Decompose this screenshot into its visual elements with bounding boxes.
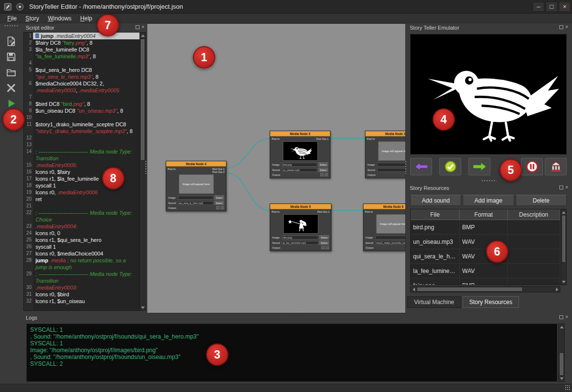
code-line-9[interactable]: 9$un_oiseau DC8 "un_oiseau.mp3", 8 <box>24 107 139 114</box>
logs-scrollbar[interactable] <box>558 324 565 382</box>
node-title[interactable]: Media Node 3 <box>270 131 330 136</box>
toolbar-drag-handle[interactable] <box>4 25 18 28</box>
close-project-button[interactable] <box>5 82 17 94</box>
float-panel-icon[interactable] <box>559 186 563 189</box>
select-image-button[interactable]: Select <box>319 235 329 239</box>
code-line-30[interactable]: 30.mediaEntry0003: <box>24 284 139 291</box>
scroll-down-icon[interactable] <box>561 279 566 285</box>
menu-windows[interactable]: Windows <box>43 15 76 22</box>
code-line-26[interactable]: 26syscall 1 <box>24 243 139 250</box>
port-in[interactable]: Port In <box>272 137 279 140</box>
code-line-6[interactable]: 6$mediaChoice0004 DC32, 2, .mediaEntry00… <box>24 80 139 94</box>
resources-vertical-scrollbar[interactable] <box>561 209 567 285</box>
scroll-up-icon[interactable] <box>559 324 564 330</box>
connection-wire-2[interactable] <box>226 173 270 210</box>
code-line-32[interactable]: 32lcons r1, $un_oiseau <box>24 298 139 305</box>
run-button[interactable] <box>5 97 17 110</box>
code-line-22[interactable]: 22; ---------------------------- Media n… <box>24 209 139 223</box>
port-in[interactable]: Port In <box>367 137 375 140</box>
close-button[interactable]: × <box>559 2 571 12</box>
validate-button[interactable] <box>439 158 461 175</box>
output-add-button[interactable] <box>216 206 220 209</box>
media-node-6[interactable]: Media Node 6Port InPort Out 1Image will … <box>363 204 406 251</box>
scrollbar-thumb[interactable] <box>562 216 565 262</box>
add-image-button[interactable]: Add image <box>463 195 514 206</box>
close-panel-icon[interactable]: × <box>565 25 568 30</box>
code-line-7[interactable]: 7 <box>24 94 139 101</box>
delete-button[interactable]: Delete <box>516 195 567 206</box>
port-out[interactable]: Port Out 1 <box>316 137 329 140</box>
port-in[interactable]: Port In <box>168 168 175 173</box>
code-line-25[interactable]: 25lcons r1, $qui_sera_le_hero <box>24 237 139 243</box>
code-line-3[interactable]: 3$la_fee_luminelle DC8 "la_fee_luminelle… <box>24 46 139 60</box>
select-image-button[interactable]: Select <box>318 162 328 167</box>
output-remove-button[interactable] <box>325 173 328 176</box>
resize-grip[interactable] <box>565 385 571 391</box>
table-row[interactable]: fairy.pngBMP <box>411 278 560 285</box>
title-bar[interactable]: StoryTeller Editor - /home/anthony/ostpr… <box>0 0 572 14</box>
float-panel-icon[interactable] <box>559 25 563 29</box>
scroll-right-icon[interactable] <box>554 287 560 292</box>
add-sound-button[interactable]: Add sound <box>410 195 461 206</box>
maximize-button[interactable]: □ <box>546 2 557 12</box>
splitter-canvas-right[interactable] <box>405 160 407 174</box>
code-line-21[interactable]: 21 <box>24 203 139 209</box>
node-title[interactable]: Media Node 6 <box>364 204 406 209</box>
code-line-4[interactable]: 4 <box>24 60 139 67</box>
splitter-script-canvas[interactable] <box>145 160 147 174</box>
code-line-13[interactable]: 13 <box>24 141 139 148</box>
pause-button[interactable] <box>521 158 543 175</box>
home-button[interactable] <box>545 158 567 175</box>
table-row[interactable]: bird.pngBMP <box>411 220 560 235</box>
node-title[interactable]: Media Node 5 <box>270 204 331 209</box>
code-line-19[interactable]: 19lcons r0, .mediaEntry0006 <box>24 189 139 196</box>
node-canvas[interactable]: Media Node 4Port InPort Out 1Port Out 2I… <box>147 23 406 313</box>
code-line-31[interactable]: 31lcons r0, $bird <box>24 291 139 298</box>
code-line-20[interactable]: 20ret <box>24 196 139 203</box>
scroll-down-icon[interactable] <box>559 375 564 381</box>
code-line-23[interactable]: 23.mediaEntry0004: <box>24 223 139 230</box>
code-line-10[interactable]: 10 <box>24 114 139 121</box>
new-script-button[interactable] <box>5 35 17 48</box>
media-node-5[interactable]: Media Node 5Port InPort Out 1Imagefairy.… <box>270 204 331 251</box>
code-line-12[interactable]: 12 <box>24 135 139 141</box>
code-line-11[interactable]: 11$story1_drako_luminelle_sceptre DC8 "s… <box>24 121 139 135</box>
resources-horizontal-scrollbar[interactable] <box>410 286 560 292</box>
code-line-15[interactable]: 15.mediaEntry0005: <box>24 162 139 169</box>
menu-story[interactable]: Story <box>21 15 43 22</box>
scrollbar-thumb[interactable] <box>141 39 144 160</box>
minimize-button[interactable]: – <box>533 2 544 12</box>
splitter-canvas-logs[interactable] <box>289 311 304 313</box>
scroll-left-icon[interactable] <box>411 287 416 292</box>
code-line-27[interactable]: 27lcons r0, $mediaChoice0004 <box>24 250 139 257</box>
save-button[interactable] <box>5 51 17 63</box>
output-remove-button[interactable] <box>326 246 329 249</box>
select-sound-button[interactable]: Select <box>319 240 329 245</box>
scroll-down-icon[interactable] <box>140 305 145 310</box>
column-header-description[interactable]: Description <box>508 209 560 220</box>
port-in[interactable]: Port In <box>272 210 279 213</box>
close-panel-icon[interactable]: × <box>565 315 568 320</box>
table-row[interactable]: qui_sera_le_h…WAV <box>411 249 560 264</box>
scroll-up-icon[interactable] <box>140 33 145 38</box>
float-panel-icon[interactable] <box>136 25 139 29</box>
scrollbar-thumb[interactable] <box>560 353 563 375</box>
code-line-14[interactable]: 14; ---------------------------- Media n… <box>24 148 139 162</box>
close-panel-icon[interactable]: × <box>141 25 144 30</box>
output-add-button[interactable] <box>320 173 324 176</box>
menu-help[interactable]: Help <box>76 15 97 22</box>
column-header-format[interactable]: Format <box>460 209 508 220</box>
previous-button[interactable] <box>410 158 432 175</box>
menu-file[interactable]: File <box>3 15 21 22</box>
open-button[interactable] <box>5 66 17 79</box>
tab-virtual-machine[interactable]: Virtual Machine <box>407 296 461 308</box>
code-line-8[interactable]: 8$bird DC8 "bird.png", 8 <box>24 101 139 107</box>
code-line-1[interactable]: 1jump .mediaEntry0004 <box>24 33 139 39</box>
port-out[interactable]: Port Out 2 <box>212 170 225 173</box>
port-in[interactable]: Port In <box>365 210 373 213</box>
close-panel-icon[interactable]: × <box>565 185 568 190</box>
scroll-up-icon[interactable] <box>561 209 566 215</box>
media-node-3[interactable]: Media Node 3Port InPort Out 1Imagebird.p… <box>270 131 330 178</box>
logs-console[interactable]: SYSCALL: 1, Sound: "/home/anthony/ostpro… <box>26 324 557 382</box>
port-out[interactable]: Port Out 1 <box>317 210 329 213</box>
